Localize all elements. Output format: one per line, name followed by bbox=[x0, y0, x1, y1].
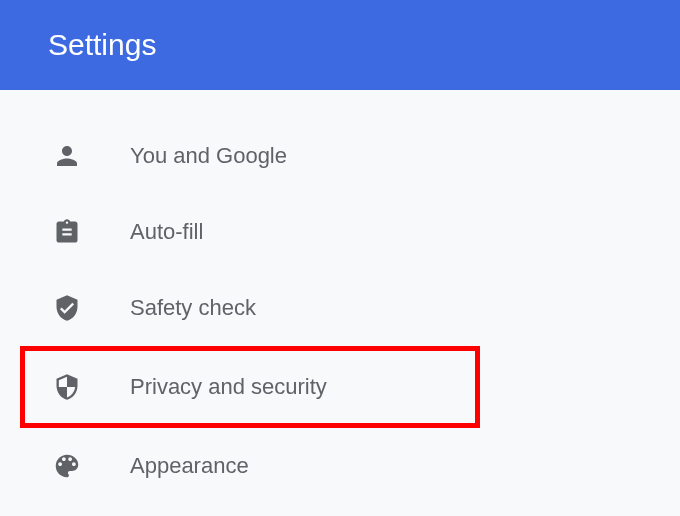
person-icon bbox=[50, 139, 84, 173]
clipboard-icon bbox=[50, 215, 84, 249]
shield-check-icon bbox=[50, 291, 84, 325]
menu-item-you-and-google[interactable]: You and Google bbox=[0, 118, 680, 194]
settings-menu: You and Google Auto-fill Safety check Pr… bbox=[0, 90, 680, 504]
menu-item-safety-check[interactable]: Safety check bbox=[0, 270, 680, 346]
page-title: Settings bbox=[48, 28, 156, 62]
menu-item-label: Auto-fill bbox=[130, 219, 203, 245]
menu-item-label: Safety check bbox=[130, 295, 256, 321]
menu-item-label: Privacy and security bbox=[130, 374, 327, 400]
menu-item-autofill[interactable]: Auto-fill bbox=[0, 194, 680, 270]
menu-item-label: You and Google bbox=[130, 143, 287, 169]
menu-item-label: Appearance bbox=[130, 453, 249, 479]
menu-item-appearance[interactable]: Appearance bbox=[0, 428, 680, 504]
settings-header: Settings bbox=[0, 0, 680, 90]
security-shield-icon bbox=[50, 370, 84, 404]
palette-icon bbox=[50, 449, 84, 483]
menu-item-privacy-security[interactable]: Privacy and security bbox=[20, 346, 480, 428]
